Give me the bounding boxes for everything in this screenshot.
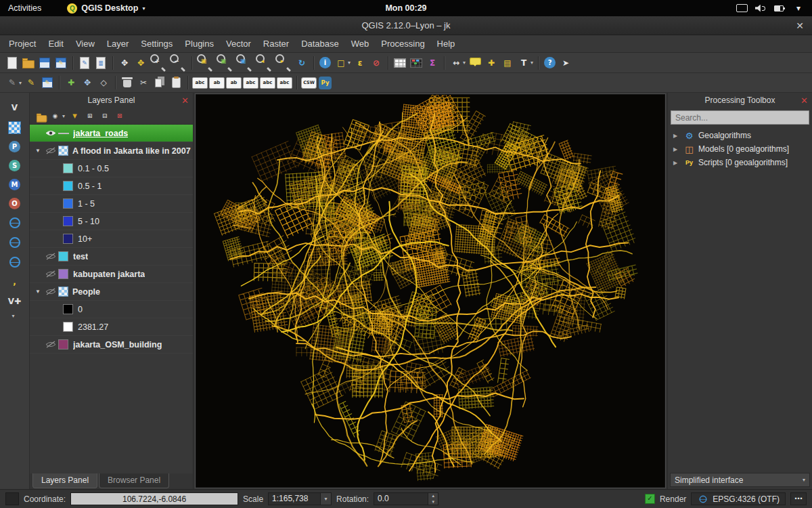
- visibility-off-icon[interactable]: [45, 253, 58, 260]
- menu-item-settings[interactable]: Settings: [135, 35, 179, 52]
- expand-arrow-icon[interactable]: ▶: [673, 133, 680, 139]
- open-project-icon[interactable]: [20, 55, 37, 71]
- field-calculator-icon[interactable]: Σ: [424, 55, 441, 71]
- menu-item-view[interactable]: View: [70, 35, 101, 52]
- layer-row-a-flood-in-jakarta-like-in-2007[interactable]: ▼A flood in Jakarta like in 2007: [30, 142, 193, 160]
- new-project-icon[interactable]: [4, 55, 20, 71]
- delete-selected-icon[interactable]: [119, 75, 135, 91]
- zoom-in-icon[interactable]: +: [149, 53, 168, 72]
- layer-row-0[interactable]: 0: [30, 301, 193, 318]
- activities-button[interactable]: Activities: [0, 0, 49, 16]
- layer-row-5-10[interactable]: 5 - 10: [30, 213, 193, 230]
- layer-row-people[interactable]: ▼People: [30, 283, 193, 301]
- raster-calculator-icon[interactable]: [408, 55, 424, 71]
- interface-selector[interactable]: Simplified interface ▾: [670, 473, 810, 487]
- attribute-table-icon[interactable]: [392, 55, 408, 71]
- visibility-off-icon[interactable]: [45, 341, 58, 348]
- visibility-off-icon[interactable]: [45, 147, 58, 154]
- menu-item-layer[interactable]: Layer: [101, 35, 135, 52]
- save-layer-edits-icon[interactable]: ✎: [39, 75, 55, 91]
- coordinate-input[interactable]: 106.7224,-6.0846: [70, 492, 238, 505]
- add-feature-icon[interactable]: ✚: [63, 75, 79, 91]
- menu-item-help[interactable]: Help: [431, 35, 461, 52]
- layer-row-kabupaten-jakarta[interactable]: kabupaten jakarta: [30, 266, 193, 283]
- pan-map-icon[interactable]: ✥: [116, 55, 133, 71]
- visibility-off-icon[interactable]: [45, 288, 58, 295]
- node-tool-icon[interactable]: ◇: [95, 75, 112, 91]
- composer-manager-icon[interactable]: ≣: [93, 55, 109, 71]
- tab-browser-panel[interactable]: Browser Panel: [99, 473, 169, 488]
- add-vector-layer-icon[interactable]: V: [7, 100, 23, 116]
- help-contents-icon[interactable]: ?: [544, 57, 556, 68]
- layer-row-0-1-0-5[interactable]: 0.1 - 0.5: [30, 160, 193, 177]
- layer-row-jakarta-osm-building[interactable]: jakarta_OSM_building: [30, 336, 193, 354]
- add-group-icon[interactable]: [35, 110, 45, 121]
- current-edits-icon[interactable]: ✎: [4, 75, 20, 91]
- battery-icon[interactable]: [771, 0, 788, 16]
- select-features-icon[interactable]: □: [333, 55, 349, 71]
- filter-legend-icon[interactable]: ▼: [69, 110, 80, 121]
- layer-row-0-5-1[interactable]: 0.5 - 1: [30, 177, 193, 195]
- add-raster-layer-icon[interactable]: [7, 119, 23, 135]
- chevron-down-icon[interactable]: ▾: [790, 0, 807, 16]
- measure-icon[interactable]: ↔: [448, 55, 464, 71]
- tab-layers-panel[interactable]: Layers Panel: [32, 473, 97, 488]
- rotate-label-icon[interactable]: abc: [260, 77, 275, 89]
- expand-all-icon[interactable]: ⊞: [84, 110, 95, 121]
- add-oracle-layer-icon[interactable]: O: [9, 198, 20, 209]
- manage-layer-visibility-dropdown-arrow-icon[interactable]: ▾: [62, 113, 65, 119]
- new-bookmark-icon[interactable]: ✚: [483, 55, 499, 71]
- pan-to-selection-icon[interactable]: ✥: [133, 55, 149, 71]
- toolbox-item-models-0-geoalgorithms[interactable]: ▶◫Models [0 geoalgorithms]: [668, 142, 812, 156]
- menu-item-project[interactable]: Project: [3, 35, 42, 52]
- expand-arrow-icon[interactable]: ▶: [673, 146, 680, 152]
- toolbox-search-input[interactable]: [671, 110, 809, 125]
- app-menu-button[interactable]: Q QGIS Desktop ▾: [67, 3, 145, 14]
- zoom-last-icon[interactable]: ◂: [254, 53, 274, 72]
- layer-row-10[interactable]: 10+: [30, 230, 193, 248]
- volume-icon[interactable]: [752, 0, 769, 16]
- visibility-off-icon[interactable]: [45, 270, 58, 278]
- add-wcs-layer-icon[interactable]: [7, 234, 23, 251]
- add-wms-layer-icon[interactable]: [7, 215, 23, 231]
- refresh-map-icon[interactable]: ↻: [294, 55, 310, 71]
- menu-item-database[interactable]: Database: [295, 35, 345, 52]
- expand-arrow-icon[interactable]: ▼: [35, 148, 45, 154]
- map-tips-icon[interactable]: [467, 55, 483, 71]
- layer-row-1-5[interactable]: 1 - 5: [30, 195, 193, 213]
- menu-item-processing[interactable]: Processing: [375, 35, 430, 52]
- identify-features-icon[interactable]: i: [319, 57, 331, 68]
- rotation-down-button[interactable]: ▼: [428, 499, 438, 505]
- zoom-next-icon[interactable]: ▸: [274, 53, 294, 72]
- menu-item-raster[interactable]: Raster: [257, 35, 295, 52]
- scale-combobox[interactable]: 1:165,738 ▾: [268, 492, 332, 505]
- expand-arrow-icon[interactable]: ▶: [673, 160, 680, 166]
- copy-features-icon[interactable]: [152, 75, 168, 91]
- menu-item-vector[interactable]: Vector: [220, 35, 257, 52]
- highlight-labels-icon[interactable]: ab: [226, 77, 242, 89]
- menu-item-plugins[interactable]: Plugins: [179, 35, 220, 52]
- add-mssql-layer-icon[interactable]: M: [9, 179, 20, 190]
- csw-metasearch-icon[interactable]: CSW: [301, 77, 317, 89]
- select-by-expression-icon[interactable]: ε: [352, 55, 368, 71]
- paste-features-icon[interactable]: [168, 75, 184, 91]
- change-label-icon[interactable]: abc: [277, 77, 292, 89]
- new-composer-icon[interactable]: ✎: [76, 55, 93, 71]
- move-label-icon[interactable]: abc: [243, 77, 258, 89]
- add-delimited-text-layer-icon[interactable]: ,: [7, 274, 23, 290]
- zoom-full-icon[interactable]: ▣: [196, 53, 215, 72]
- manage-layer-visibility-icon[interactable]: ◉: [49, 110, 60, 121]
- menu-item-edit[interactable]: Edit: [42, 35, 69, 52]
- move-feature-icon[interactable]: ✥: [79, 75, 95, 91]
- toolbox-item-geoalgorithms[interactable]: ▶⚙Geoalgorithms: [668, 129, 812, 142]
- expand-arrow-icon[interactable]: ▼: [35, 289, 45, 295]
- add-wfs-layer-icon[interactable]: [7, 254, 23, 270]
- pin-labels-icon[interactable]: ab: [209, 77, 225, 89]
- cut-features-icon[interactable]: ✂: [135, 75, 152, 91]
- window-close-button[interactable]: ✕: [796, 20, 804, 31]
- new-shapefile-layer-dropdown-arrow-icon[interactable]: ▾: [12, 313, 14, 319]
- text-annotation-icon[interactable]: T: [516, 55, 532, 71]
- add-spatialite-layer-icon[interactable]: S: [9, 160, 20, 171]
- scale-dropdown-arrow-icon[interactable]: ▾: [320, 493, 331, 505]
- new-shapefile-layer-icon[interactable]: V✚: [7, 293, 23, 310]
